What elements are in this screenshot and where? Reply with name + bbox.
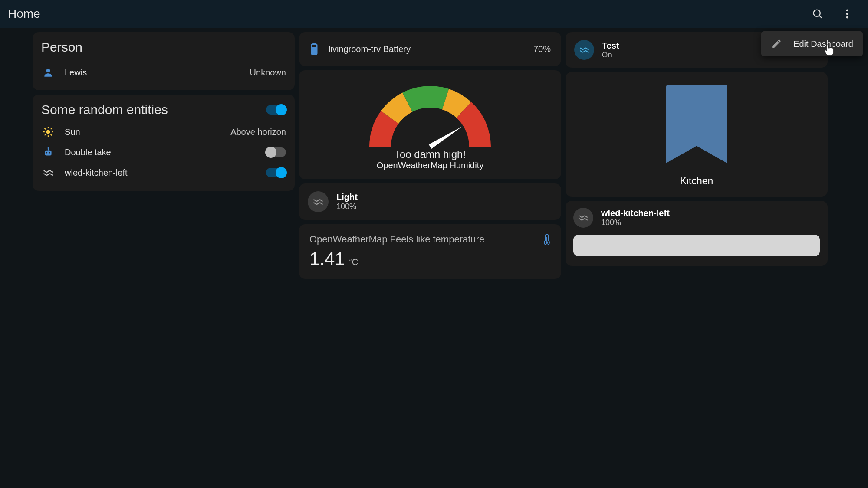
menu-item-label: Edit Dashboard <box>793 39 853 49</box>
wled-name: wled-kitchen-left <box>601 208 670 218</box>
account-icon <box>41 67 55 78</box>
column-3: Test On Kitchen wled-kitchen-left 100% <box>566 32 828 266</box>
svg-point-17 <box>49 152 50 154</box>
dashboard-grid: Person Lewis Unknown Some random entitie… <box>0 28 868 283</box>
person-state: Unknown <box>250 68 286 78</box>
light-card[interactable]: Light 100% <box>299 183 561 220</box>
wled-slider-card[interactable]: wled-kitchen-left 100% <box>566 201 828 266</box>
column-2: livingroom-trv Battery 70% <box>299 32 561 279</box>
menu-item-edit-dashboard[interactable]: Edit Dashboard <box>761 31 863 56</box>
person-name: Lewis <box>65 68 240 78</box>
entity-state: Above horizon <box>230 127 286 137</box>
battery-card[interactable]: livingroom-trv Battery 70% <box>299 32 561 66</box>
entities-card[interactable]: Some random entities Sun Above horizon D… <box>33 95 295 191</box>
overflow-menu-button[interactable] <box>838 5 856 23</box>
wave-icon <box>574 40 594 60</box>
entity-row-sun[interactable]: Sun Above horizon <box>41 121 286 142</box>
battery-value: 70% <box>533 44 551 54</box>
sun-icon <box>41 126 55 138</box>
person-card[interactable]: Person Lewis Unknown <box>33 32 295 90</box>
entity-row-double-take[interactable]: Double take <box>41 142 286 162</box>
svg-point-2 <box>846 10 848 12</box>
test-name: Test <box>602 41 619 51</box>
svg-line-12 <box>51 134 52 135</box>
svg-rect-22 <box>312 47 316 53</box>
wled-sub: 100% <box>601 218 670 227</box>
svg-marker-23 <box>429 124 464 149</box>
svg-point-0 <box>814 10 820 16</box>
svg-point-5 <box>46 69 50 72</box>
entity-name: wled-kitchen-left <box>65 168 256 178</box>
search-icon <box>812 8 824 20</box>
top-bar: Home <box>0 0 868 28</box>
svg-rect-25 <box>546 237 547 242</box>
svg-point-16 <box>46 152 47 154</box>
gauge-card[interactable]: Too damn high! OpenWeatherMap Humidity <box>299 70 561 179</box>
light-sub: 100% <box>336 202 358 211</box>
svg-point-3 <box>846 13 848 15</box>
test-sub: On <box>602 51 619 59</box>
gauge-subtitle: OpenWeatherMap Humidity <box>377 160 483 170</box>
battery-name: livingroom-trv Battery <box>329 44 524 54</box>
sensor-value: 1.41 <box>309 249 345 269</box>
topbar-actions <box>809 5 856 23</box>
gauge <box>367 82 493 147</box>
light-name: Light <box>336 192 358 202</box>
card-title: Person <box>41 40 286 55</box>
sensor-card[interactable]: OpenWeatherMap Feels like temperature 1.… <box>299 224 561 279</box>
entity-name: Sun <box>65 127 221 137</box>
svg-rect-15 <box>45 151 51 156</box>
column-1: Person Lewis Unknown Some random entitie… <box>33 32 295 191</box>
pencil-icon <box>771 38 782 49</box>
robot-icon <box>41 147 55 158</box>
svg-point-24 <box>546 241 548 244</box>
area-card-kitchen[interactable]: Kitchen <box>566 72 828 197</box>
svg-point-6 <box>46 130 50 134</box>
dots-vertical-icon <box>841 8 853 20</box>
thermometer-icon <box>543 234 551 245</box>
svg-point-19 <box>47 147 49 149</box>
svg-line-11 <box>45 128 46 129</box>
sensor-unit: °C <box>349 257 358 267</box>
card-title: Some random entities <box>41 102 266 117</box>
sensor-name: OpenWeatherMap Feels like temperature <box>309 234 543 245</box>
svg-point-4 <box>846 16 848 19</box>
entity-name: Double take <box>65 147 256 157</box>
person-row[interactable]: Lewis Unknown <box>41 62 286 82</box>
wave-icon <box>308 191 329 212</box>
battery-icon <box>309 43 319 56</box>
wave-icon <box>573 208 593 228</box>
svg-line-13 <box>45 134 46 135</box>
wave-icon <box>41 167 55 179</box>
svg-line-1 <box>819 16 822 18</box>
area-name: Kitchen <box>680 175 713 187</box>
entity-toggle[interactable] <box>266 147 286 157</box>
bookmark-icon <box>666 85 727 163</box>
entity-toggle[interactable] <box>266 168 286 177</box>
search-button[interactable] <box>809 5 826 23</box>
header-toggle[interactable] <box>266 105 286 115</box>
brightness-slider[interactable] <box>573 235 820 256</box>
card-header: Some random entities <box>41 102 286 117</box>
entity-row-wled[interactable]: wled-kitchen-left <box>41 162 286 183</box>
svg-line-14 <box>51 128 52 129</box>
page-title: Home <box>8 7 809 21</box>
svg-rect-21 <box>313 43 316 44</box>
